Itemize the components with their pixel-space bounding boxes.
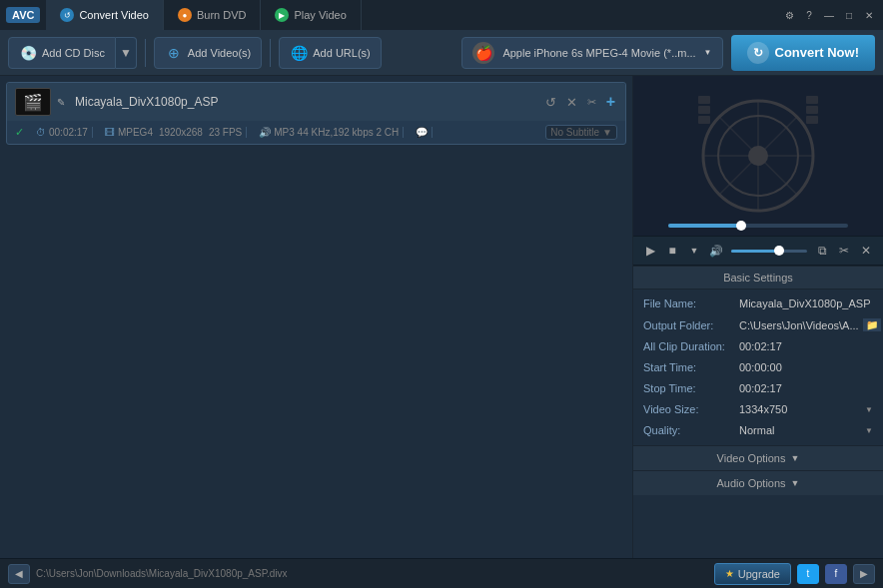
title-tabs: ↺ Convert Video ● Burn DVD ▶ Play Video — [46, 0, 781, 30]
audio-value: MP3 44 KHz,192 kbps 2 CH — [274, 127, 399, 138]
apple-icon: 🍎 — [472, 42, 494, 64]
settings-table: File Name: Micayala_DivX1080p_ASP Output… — [633, 290, 883, 445]
add-url-button[interactable]: 🌐 Add URL(s) — [279, 37, 381, 69]
svg-rect-11 — [806, 106, 818, 114]
next-button[interactable]: ▶ — [853, 564, 875, 584]
stop-button[interactable]: ■ — [663, 242, 681, 260]
prev-button[interactable]: ◀ — [8, 564, 30, 584]
svg-rect-8 — [698, 106, 710, 114]
add-file-icon[interactable]: + — [604, 91, 617, 113]
output-value-container: C:\Users\Jon\Videos\A... 📁 — [739, 318, 881, 331]
subtitle-detail: 💬 — [412, 127, 433, 138]
duration-value: 00:02:17 — [49, 127, 88, 138]
maximize-button[interactable]: □ — [841, 7, 857, 23]
resolution-value: 1920x268 — [159, 127, 203, 138]
film-icon: 🎬 — [23, 93, 43, 112]
settings-row-output: Output Folder: C:\Users\Jon\Videos\A... … — [639, 314, 877, 336]
facebook-button[interactable]: f — [825, 564, 847, 584]
file-name: Micayala_DivX1080p_ASP — [75, 95, 537, 109]
file-actions: ↺ ✕ ✂ + — [543, 91, 617, 113]
start-value: 00:00:00 — [739, 361, 873, 373]
browse-folder-button[interactable]: 📁 — [863, 318, 881, 331]
url-icon: 🌐 — [290, 44, 308, 62]
film-reel — [698, 96, 818, 216]
profile-dropdown[interactable]: 🍎 Apple iPhone 6s MPEG-4 Movie (*..m... … — [461, 37, 722, 69]
timeline-bar[interactable] — [668, 224, 848, 228]
upgrade-label: Upgrade — [738, 568, 780, 580]
clock-icon: ⏱ — [36, 127, 46, 138]
add-cd-disc-button[interactable]: 💿 Add CD Disc — [8, 37, 116, 69]
output-value: C:\Users\Jon\Videos\A... — [739, 319, 859, 331]
fps-value: 23 FPS — [209, 127, 242, 138]
close-button[interactable]: ✕ — [861, 7, 877, 23]
videosize-dropdown[interactable]: 1334x750 ▼ — [739, 403, 873, 415]
audio-options-arrow: ▼ — [791, 478, 800, 488]
tab-convert-video[interactable]: ↺ Convert Video — [46, 0, 164, 30]
toolbar-divider-2 — [270, 39, 271, 67]
svg-rect-9 — [698, 116, 710, 124]
volume-handle[interactable] — [774, 246, 784, 256]
close-ctrl-icon[interactable]: ✕ — [857, 242, 875, 260]
settings-row-filename: File Name: Micayala_DivX1080p_ASP — [639, 294, 877, 314]
convert-tab-icon: ↺ — [60, 8, 74, 22]
profile-selector: 🍎 Apple iPhone 6s MPEG-4 Movie (*..m... … — [386, 35, 875, 71]
basic-settings-header: Basic Settings — [633, 266, 883, 290]
film-detail-icon: 🎞 — [105, 127, 115, 138]
add-videos-button[interactable]: ⊕ Add Video(s) — [154, 37, 262, 69]
audio-options-header[interactable]: Audio Options ▼ — [633, 470, 883, 495]
toolbar-divider-1 — [145, 39, 146, 67]
minimize-button[interactable]: — — [821, 7, 837, 23]
volume-slider[interactable] — [731, 250, 807, 253]
add-video-icon: ⊕ — [165, 44, 183, 62]
videosize-arrow: ▼ — [865, 405, 873, 414]
profile-dropdown-arrow: ▼ — [704, 48, 712, 57]
quality-dropdown[interactable]: Normal ▼ — [739, 424, 873, 436]
settings-icon[interactable]: ⚙ — [781, 7, 797, 23]
refresh-file-icon[interactable]: ↺ — [543, 93, 558, 112]
subtitle-dropdown[interactable]: No Subtitle ▼ — [545, 125, 617, 140]
settings-row-stop: Stop Time: 00:02:17 — [639, 378, 877, 399]
toolbar: 💿 Add CD Disc ▼ ⊕ Add Video(s) 🌐 Add URL… — [0, 30, 883, 76]
audio-options-label: Audio Options — [716, 477, 785, 489]
help-button[interactable]: ? — [801, 7, 817, 23]
copy-ctrl-icon[interactable]: ⧉ — [813, 242, 831, 260]
convert-tab-label: Convert Video — [79, 9, 149, 21]
filename-label: File Name: — [643, 297, 733, 309]
subtitle-arrow: ▼ — [602, 127, 612, 138]
twitter-button[interactable]: t — [797, 564, 819, 584]
subtitle-value: No Subtitle — [550, 127, 599, 138]
burn-tab-label: Burn DVD — [197, 9, 247, 21]
edit-icon[interactable]: ✎ — [57, 97, 65, 108]
file-item-details: ✓ ⏱ 00:02:17 🎞 MPEG4 1920x268 23 FPS 🔊 M… — [7, 121, 625, 144]
play-button[interactable]: ▶ — [641, 242, 659, 260]
timeline-handle[interactable] — [736, 221, 746, 231]
play-tab-label: Play Video — [294, 9, 346, 21]
volume-fill — [731, 250, 777, 253]
quality-label: Quality: — [643, 424, 733, 436]
output-label: Output Folder: — [643, 319, 733, 331]
tab-burn-dvd[interactable]: ● Burn DVD — [164, 0, 262, 30]
format-detail: 🎞 MPEG4 1920x268 23 FPS — [101, 127, 247, 138]
check-icon: ✓ — [15, 126, 24, 139]
tab-play-video[interactable]: ▶ Play Video — [261, 0, 361, 30]
file-item-header: 🎬 ✎ Micayala_DivX1080p_ASP ↺ ✕ ✂ + — [7, 83, 625, 121]
duration-detail: ⏱ 00:02:17 — [32, 127, 93, 138]
start-label: Start Time: — [643, 361, 733, 373]
add-cd-dropdown-arrow[interactable]: ▼ — [116, 37, 137, 69]
upgrade-button[interactable]: ★ Upgrade — [714, 563, 791, 585]
scissors-ctrl-icon[interactable]: ✂ — [835, 242, 853, 260]
convert-now-button[interactable]: ↻ Convert Now! — [731, 35, 876, 71]
stop-label: Stop Time: — [643, 382, 733, 394]
basic-settings-title: Basic Settings — [723, 272, 793, 284]
settings-row-duration: All Clip Duration: 00:02:17 — [639, 336, 877, 357]
playback-controls: ▶ ■ ▼ 🔊 ⧉ ✂ ✕ — [633, 236, 883, 266]
quality-value: Normal — [739, 424, 861, 436]
audio-detail: 🔊 MP3 44 KHz,192 kbps 2 CH — [255, 127, 404, 138]
delete-file-icon[interactable]: ✕ — [564, 93, 579, 112]
app-logo: AVC — [6, 7, 40, 23]
dropdown-button[interactable]: ▼ — [685, 242, 703, 260]
profile-label: Apple iPhone 6s MPEG-4 Movie (*..m... — [502, 47, 695, 59]
duration-value-setting: 00:02:17 — [739, 340, 873, 352]
settings-file-icon[interactable]: ✂ — [585, 94, 598, 111]
video-options-header[interactable]: Video Options ▼ — [633, 445, 883, 470]
